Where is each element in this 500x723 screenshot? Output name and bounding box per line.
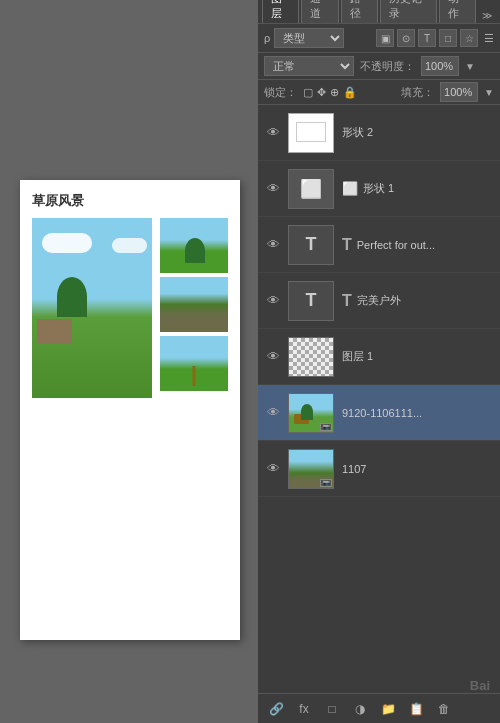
fill-label: 填充：	[401, 85, 434, 100]
opacity-input[interactable]	[421, 56, 459, 76]
layer-name: 9120-1106111...	[342, 407, 494, 419]
layer-name: 形状 2	[342, 125, 494, 140]
filter-shape-btn[interactable]: □	[439, 29, 457, 47]
side-image-1	[160, 218, 228, 273]
filter-adjust-btn[interactable]: ⊙	[397, 29, 415, 47]
side-images	[160, 218, 228, 391]
layer-thumbnail	[288, 113, 334, 153]
layer-item[interactable]: 👁 📷 1107	[258, 441, 500, 497]
lock-pixels-icon[interactable]: ✥	[317, 86, 326, 99]
lock-transparent-icon[interactable]: ▢	[303, 86, 313, 99]
side-image-2	[160, 277, 228, 332]
layer-visibility-toggle[interactable]: 👁	[264, 292, 282, 310]
layer-name: 1107	[342, 463, 494, 475]
filter-bar: ρ 类型 ▣ ⊙ T □ ☆ ☰	[258, 24, 500, 53]
layer-item[interactable]: 👁 T T Perfect for out...	[258, 217, 500, 273]
fill-input[interactable]	[440, 82, 478, 102]
lock-all-icon[interactable]: 🔒	[343, 86, 357, 99]
layer-visibility-toggle[interactable]: 👁	[264, 460, 282, 478]
delete-layer-button[interactable]: 🗑	[434, 699, 454, 719]
layers-panel: 图层 通道 路径 历史记录 动作 ≫ ρ 类型 ▣ ⊙ T □ ☆ ☰ 正常 不…	[258, 0, 500, 723]
layer-name: 图层 1	[342, 349, 494, 364]
canvas-area: 草原风景	[0, 0, 258, 723]
new-layer-button[interactable]: 📋	[406, 699, 426, 719]
filter-icons: ▣ ⊙ T □ ☆	[376, 29, 478, 47]
layer-name: 形状 1	[363, 181, 494, 196]
tab-history[interactable]: 历史记录	[380, 0, 437, 23]
layer-visibility-toggle[interactable]: 👁	[264, 236, 282, 254]
layer-visibility-toggle[interactable]: 👁	[264, 124, 282, 142]
layer-item[interactable]: 👁 📷 9120-1106111...	[258, 385, 500, 441]
panel-bottom-toolbar: 🔗 fx □ ◑ 📁 📋 🗑	[258, 693, 500, 723]
blend-mode-select[interactable]: 正常	[264, 56, 354, 76]
tab-channels[interactable]: 通道	[301, 0, 338, 23]
filter-text-btn[interactable]: T	[418, 29, 436, 47]
opacity-arrow[interactable]: ▼	[465, 61, 475, 72]
layer-fx-button[interactable]: fx	[294, 699, 314, 719]
layer-item[interactable]: 👁 形状 2	[258, 105, 500, 161]
layer-name: Perfect for out...	[357, 239, 494, 251]
layer-thumbnail: ⬜	[288, 169, 334, 209]
fill-arrow[interactable]: ▼	[484, 87, 494, 98]
layer-type-text-icon: T	[342, 292, 352, 310]
add-mask-button[interactable]: □	[322, 699, 342, 719]
layer-visibility-toggle[interactable]: 👁	[264, 180, 282, 198]
layer-thumbnail: T	[288, 225, 334, 265]
layer-visibility-toggle[interactable]: 👁	[264, 348, 282, 366]
filter-pixel-btn[interactable]: ▣	[376, 29, 394, 47]
panel-tabs: 图层 通道 路径 历史记录 动作 ≫	[258, 0, 500, 24]
layer-thumbnail: 📷	[288, 449, 334, 489]
opacity-label: 不透明度：	[360, 59, 415, 74]
tab-paths[interactable]: 路径	[341, 0, 378, 23]
filter-type-select[interactable]: 类型	[274, 28, 344, 48]
new-adjustment-button[interactable]: ◑	[350, 699, 370, 719]
lock-bar: 锁定： ▢ ✥ ⊕ 🔒 填充： ▼	[258, 80, 500, 105]
layer-thumbnail	[288, 337, 334, 377]
tab-layers[interactable]: 图层	[262, 0, 299, 23]
layer-item[interactable]: 👁 ⬜ ⬜ 形状 1	[258, 161, 500, 217]
document-page: 草原风景	[20, 180, 240, 640]
tab-actions[interactable]: 动作	[439, 0, 476, 23]
search-icon: ρ	[264, 32, 270, 44]
layer-thumbnail: T	[288, 281, 334, 321]
lock-label: 锁定：	[264, 85, 297, 100]
lock-icons: ▢ ✥ ⊕ 🔒	[303, 86, 357, 99]
side-image-3	[160, 336, 228, 391]
document-title: 草原风景	[32, 192, 228, 210]
panel-options-icon[interactable]: ☰	[484, 32, 494, 45]
layer-type-text-icon: T	[342, 236, 352, 254]
panel-menu-arrow[interactable]: ≫	[478, 8, 496, 23]
blend-bar: 正常 不透明度： ▼	[258, 53, 500, 80]
layer-item[interactable]: 👁 图层 1	[258, 329, 500, 385]
main-image	[32, 218, 152, 398]
layer-type-shape-icon: ⬜	[342, 181, 358, 196]
layers-list: 👁 形状 2 👁 ⬜ ⬜ 形状 1 👁 T T Perfect for out.…	[258, 105, 500, 693]
layer-thumbnail: 📷	[288, 393, 334, 433]
new-group-button[interactable]: 📁	[378, 699, 398, 719]
layer-name: 完美户外	[357, 293, 494, 308]
layer-item[interactable]: 👁 T T 完美户外	[258, 273, 500, 329]
lock-position-icon[interactable]: ⊕	[330, 86, 339, 99]
filter-smart-btn[interactable]: ☆	[460, 29, 478, 47]
layer-visibility-toggle[interactable]: 👁	[264, 404, 282, 422]
link-layers-button[interactable]: 🔗	[266, 699, 286, 719]
